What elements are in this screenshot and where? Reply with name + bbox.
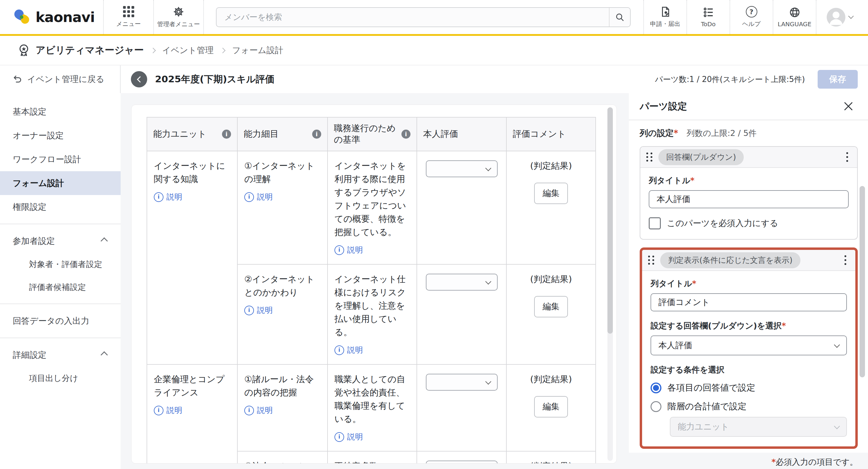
info-icon: i [244,406,254,415]
col-header-ability-unit: 能力ユニットi [147,117,237,151]
language-button[interactable]: LANGUAGE [773,0,816,34]
table-header-row: 能力ユニットi 能力細目i 職務遂行のための基準i 本人評価 評価コメント [147,117,596,151]
help-button[interactable]: ? ヘルプ [730,0,773,34]
breadcrumb: アビリティマネージャー イベント管理 フォーム設計 [0,36,868,65]
description-link[interactable]: i説明 [154,404,182,416]
info-icon: i [244,306,254,315]
parts-settings-panel: パーツ設定 列の設定* 列数の上限:2 / 5件 回答欄(プルダウン) 列 [629,93,868,453]
help-label: ヘルプ [742,20,761,28]
self-evaluation-select[interactable] [426,274,498,291]
chevron-up-icon [100,237,108,244]
info-icon: i [335,345,344,355]
sidebar-item-owner-settings[interactable]: オーナー設定 [0,124,121,147]
criteria-cell: 不特定多数のユーザーが接続する環境にあるため、具 [328,451,417,464]
chevron-right-icon [150,47,156,53]
table-scrollbar [608,107,613,461]
description-link[interactable]: i説明 [335,244,363,256]
column-limit: 列数の上限:2 / 5件 [686,128,756,139]
document-stamp-icon [660,6,671,18]
edit-button[interactable]: 編集 [534,183,568,204]
column-setting-label: 列の設定 [640,128,674,138]
description-link[interactable]: i説明 [244,191,273,203]
sidebar-item-workflow-design[interactable]: ワークフロー設計 [0,147,121,171]
collapse-back-button[interactable] [131,71,147,88]
detail-cell: ②法令・ルールの遵守 i説明 [237,451,328,464]
self-evaluation-select[interactable] [426,160,498,177]
sidebar-item-participant-settings[interactable]: 参加者設定 [0,229,121,253]
description-link[interactable]: i説明 [244,304,273,316]
kebab-menu-icon[interactable] [843,254,847,266]
sidebar-item-target-evaluator-settings[interactable]: 対象者・評価者設定 [0,253,121,276]
sidebar-item-basic-settings[interactable]: 基本設定 [0,100,121,124]
sidebar-item-form-design[interactable]: フォーム設計 [0,171,121,195]
chevron-up-icon [100,351,108,358]
table-row: 企業倫理とコンプライアンス i説明 ①諸ルール・法令の内容の把握 i説明 職業人… [147,364,596,451]
info-icon[interactable]: i [312,130,321,139]
edit-button[interactable]: 編集 [534,396,568,417]
menu-button[interactable]: メニュー [103,0,153,34]
kebab-menu-icon[interactable] [845,151,849,163]
grid-menu-icon [123,6,134,17]
todo-list-icon [703,7,714,18]
edit-button[interactable]: 編集 [534,296,568,317]
part-card-header: 判定表示(条件に応じた文言を表示) [642,250,855,271]
body: 基本設定 オーナー設定 ワークフロー設計 フォーム設計 権限設定 参加者設定 対… [0,93,868,469]
sidebar-section-advanced: 詳細設定 項目出し分け [0,338,121,390]
language-label: LANGUAGE [778,21,812,28]
condition-radio-item-value[interactable]: 各項目の回答値で設定 [651,382,847,394]
top-bar-right: 申請・届出 ToDo ? ヘルプ [643,0,863,34]
sidebar-item-permission-settings[interactable]: 権限設定 [0,195,121,219]
part-type-badge: 回答欄(プルダウン) [658,149,744,165]
info-icon: i [335,432,344,442]
breadcrumb-event-management[interactable]: イベント管理 [162,44,214,56]
form-preview-card: 能力ユニットi 能力細目i 職務遂行のための基準i 本人評価 評価コメント イン… [131,105,617,464]
account-menu[interactable] [816,0,863,34]
drag-handle-icon[interactable] [648,256,654,265]
admin-menu-button[interactable]: 管理者メニュー [153,0,204,34]
description-link[interactable]: i説明 [244,404,273,416]
self-evaluation-select[interactable] [426,461,498,464]
breadcrumb-app[interactable]: アビリティマネージャー [17,43,144,57]
column-setting-row: 列の設定* 列数の上限:2 / 5件 [640,128,858,139]
description-link[interactable]: i説明 [154,191,182,203]
target-pulldown-select[interactable]: 本人評価 [651,335,847,355]
column-title-input[interactable] [649,190,849,208]
toolbar: イベント管理に戻る 2025年度(下期)スキル評価 パーツ数:1 / 20件(ス… [0,65,868,94]
todo-button[interactable]: ToDo [686,0,730,34]
panel-body: 列の設定* 列数の上限:2 / 5件 回答欄(プルダウン) 列タイトル* [629,120,868,449]
info-icon[interactable]: i [222,130,231,139]
drag-handle-icon[interactable] [646,153,652,162]
save-button[interactable]: 保存 [818,70,858,89]
description-link[interactable]: i説明 [335,431,363,443]
self-evaluation-select[interactable] [426,374,498,391]
sidebar-item-answer-data-io[interactable]: 回答データの入出力 [0,309,121,333]
search-icon[interactable] [609,8,630,27]
radio-unselected-icon [651,401,661,412]
search-area [204,0,643,34]
info-icon: i [154,192,163,202]
app-root: kaonavi メニュー 管理者メニュー [0,0,868,469]
condition-radio-hierarchy-sum[interactable]: 階層の合計値で設定 [651,401,847,413]
search-input[interactable] [217,12,609,22]
required-checkbox[interactable] [649,217,661,229]
panel-scrollbar-thumb[interactable] [860,186,865,377]
column-title-input[interactable] [651,293,847,311]
applications-button[interactable]: 申請・届出 [643,0,686,34]
required-mark: * [782,321,786,330]
required-mark: * [692,279,696,288]
member-search [216,7,631,27]
description-link[interactable]: i説明 [335,344,363,356]
sidebar-item-advanced-settings[interactable]: 詳細設定 [0,343,121,367]
kaonavi-logo[interactable]: kaonavi [0,0,103,34]
close-icon[interactable] [843,101,854,112]
toolbar-main: 2025年度(下期)スキル評価 パーツ数:1 / 20件(スキルシート上限:5件… [121,65,868,93]
part-card-answer-pulldown: 回答欄(プルダウン) 列タイトル* このパーツを必須入力にする [640,146,858,240]
back-to-event-management[interactable]: イベント管理に戻る [0,65,121,93]
chevron-down-icon [485,165,491,171]
sidebar-item-evaluator-candidate-settings[interactable]: 評価者候補設定 [0,276,121,299]
sidebar-item-item-display-control[interactable]: 項目出し分け [0,367,121,390]
detail-cell: ①諸ルール・法令の内容の把握 i説明 [237,364,328,451]
info-icon[interactable]: i [401,130,410,139]
table-scrollbar-thumb[interactable] [608,107,613,334]
breadcrumb-form-design[interactable]: フォーム設計 [232,44,283,56]
